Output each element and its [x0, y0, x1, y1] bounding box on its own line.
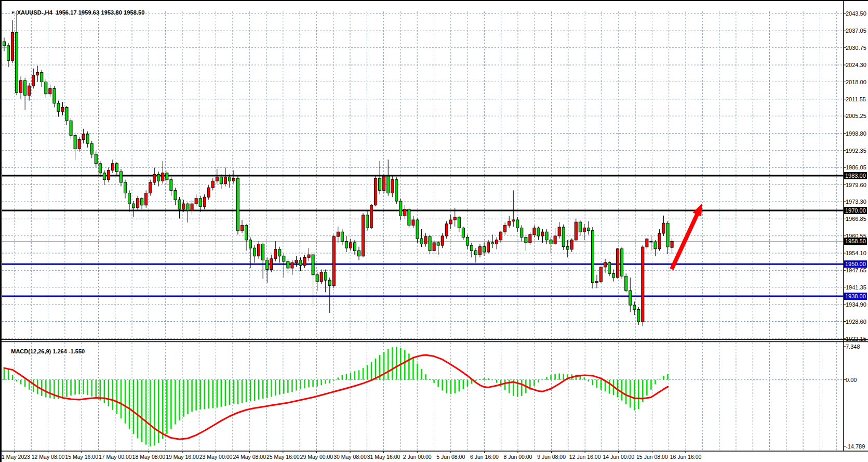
- date-tick-label: 2 Jun 00:00: [403, 454, 432, 460]
- date-tick-label: 5 Jun 08:00: [436, 454, 465, 460]
- macd-indicator-label: MACD(12,26,9) 1.264 -1.550: [5, 342, 85, 361]
- date-tick-label: 19 May 16:00: [166, 454, 199, 460]
- time-axis[interactable]: 11 May 202312 May 08:0015 May 16:0017 Ma…: [0, 451, 702, 460]
- price-tick-label: 2037.05: [846, 28, 866, 34]
- date-tick-label: 17 May 00:00: [99, 454, 132, 460]
- price-badge-label: 1938.00: [845, 293, 866, 299]
- price-tick-label: 1992.35: [846, 148, 866, 154]
- price-badge-label: 1950.00: [845, 261, 866, 267]
- date-tick-label: 15 Jun 08:00: [636, 454, 668, 460]
- price-tick-label: 1973.30: [846, 199, 866, 205]
- trend-arrow-annotation[interactable]: [672, 203, 702, 269]
- price-axis[interactable]: 2043.502037.052030.752024.302018.002011.…: [844, 10, 867, 342]
- symbol-dropdown-icon[interactable]: ▼: [11, 10, 15, 15]
- date-tick-label: 31 May 16:00: [367, 454, 400, 460]
- chart-canvas[interactable]: 2043.502037.052030.752024.302018.002011.…: [0, 1, 868, 462]
- price-badge-label: 1958.50: [845, 238, 866, 244]
- symbol-timeframe-label: XAUUSD-,H4: [17, 9, 52, 16]
- price-tick-label: 1934.90: [846, 301, 866, 308]
- date-tick-label: 23 May 00:00: [199, 454, 233, 460]
- date-tick-label: 8 Jun 00:00: [504, 454, 532, 460]
- price-tick-label: 1922.15: [846, 336, 866, 342]
- date-tick-label: 11 May 2023: [0, 454, 30, 460]
- price-tick-label: 1998.80: [846, 130, 866, 137]
- date-tick-label: 12 May 08:00: [32, 454, 65, 460]
- date-tick-label: 29 May 00:00: [300, 454, 333, 460]
- price-tick-label: 1947.65: [846, 267, 866, 273]
- macd-axis-label: 0.00: [846, 377, 857, 383]
- price-tick-label: 2011.55: [846, 96, 866, 102]
- chart-title[interactable]: ▼XAUUSD-,H4 1956.17 1959.63 1953.80 1958…: [4, 3, 145, 22]
- price-tick-label: 2018.00: [846, 79, 866, 85]
- date-tick-label: 14 Jun 00:00: [603, 454, 634, 460]
- price-tick-label: 1954.10: [846, 250, 866, 256]
- macd-signal-value: -1.550: [69, 348, 85, 354]
- date-tick-label: 25 May 16:00: [266, 454, 300, 460]
- price-badge-label: 1983.00: [845, 173, 866, 179]
- date-tick-label: 18 May 08:00: [132, 454, 166, 460]
- date-tick-label: 30 May 08:00: [333, 454, 367, 460]
- ohlc-low: 1953.80: [101, 9, 122, 16]
- price-tick-label: 1979.60: [846, 182, 866, 188]
- price-tick-label: 2043.50: [846, 10, 866, 17]
- ohlc-high: 1959.63: [78, 9, 99, 16]
- macd-axis-label: 7.348: [846, 344, 860, 350]
- date-tick-label: 12 Jun 16:00: [569, 454, 601, 460]
- price-tick-label: 1966.85: [846, 216, 866, 222]
- date-tick-label: 16 Jun 16:00: [670, 454, 702, 460]
- price-tick-label: 2024.30: [846, 62, 866, 68]
- ohlc-close: 1958.50: [124, 9, 144, 16]
- macd-axis-label: -14.789: [846, 443, 865, 450]
- price-badge-label: 1970.00: [845, 207, 866, 214]
- ohlc-open: 1956.17: [56, 9, 76, 16]
- grid-layer: [2, 11, 844, 451]
- price-tick-label: 2030.75: [846, 45, 866, 51]
- macd-axis[interactable]: 7.3480.00-14.789: [844, 344, 865, 450]
- price-tick-label: 1928.60: [846, 319, 866, 325]
- price-tick-label: 1986.05: [846, 164, 866, 170]
- date-tick-label: 24 May 08:00: [233, 454, 266, 460]
- price-tick-label: 2005.25: [846, 113, 866, 119]
- date-tick-label: 6 Jun 16:00: [470, 454, 499, 460]
- macd-main-value: 1.264: [52, 348, 67, 354]
- date-tick-label: 15 May 16:00: [65, 454, 98, 460]
- price-tick-label: 1941.35: [846, 284, 866, 291]
- candles-layer[interactable]: [3, 11, 674, 326]
- mt4-chart-window: ▼XAUUSD-,H4 1956.17 1959.63 1953.80 1958…: [0, 0, 868, 462]
- date-tick-label: 9 Jun 08:00: [537, 454, 566, 460]
